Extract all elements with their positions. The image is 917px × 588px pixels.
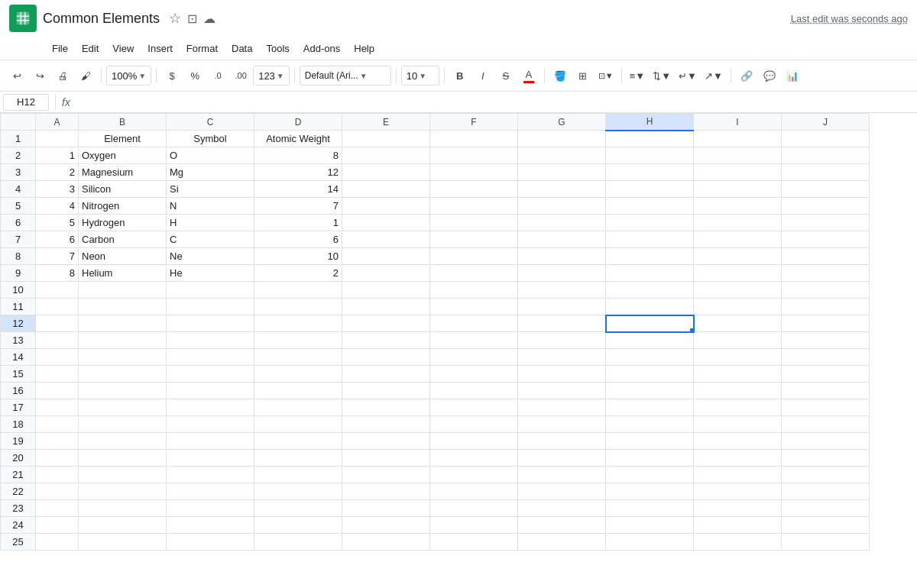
menu-data[interactable]: Data (225, 40, 258, 57)
cell-c2[interactable]: O (167, 147, 254, 164)
cell-a11[interactable] (36, 299, 79, 315)
cell-c1[interactable]: Symbol (167, 131, 254, 147)
row-num-21[interactable]: 21 (1, 467, 36, 483)
row-num-4[interactable]: 4 (1, 181, 36, 198)
cell-d19[interactable] (254, 433, 342, 450)
cell-b4[interactable]: Silicon (79, 181, 167, 198)
cell-h1[interactable] (606, 131, 694, 147)
cell-b25[interactable] (79, 534, 167, 551)
borders-button[interactable]: ⊞ (572, 65, 594, 86)
paint-format-button[interactable]: 🖌 (75, 65, 96, 86)
cell-c22[interactable] (167, 483, 254, 500)
cell-h24[interactable] (606, 517, 694, 534)
cell-j18[interactable] (782, 416, 870, 433)
italic-button[interactable]: I (472, 65, 494, 86)
cell-j4[interactable] (782, 181, 870, 198)
cell-f4[interactable] (430, 181, 518, 198)
menu-insert[interactable]: Insert (141, 40, 179, 57)
cell-h5[interactable] (606, 198, 694, 215)
cell-i23[interactable] (694, 500, 782, 517)
cell-f13[interactable] (430, 332, 518, 349)
cell-h8[interactable] (606, 248, 694, 265)
folder-move-icon[interactable]: ⊡ (187, 11, 197, 26)
cell-b5[interactable]: Nitrogen (79, 198, 167, 215)
cell-f25[interactable] (430, 534, 518, 551)
percent-button[interactable]: % (184, 65, 206, 86)
cell-b12[interactable] (79, 315, 167, 332)
cell-b13[interactable] (79, 332, 167, 349)
cell-h2[interactable] (606, 147, 694, 164)
cell-f17[interactable] (430, 399, 518, 416)
cell-i21[interactable] (694, 467, 782, 483)
col-header-e[interactable]: E (342, 114, 430, 131)
cell-a7[interactable]: 6 (36, 231, 79, 248)
cell-b21[interactable] (79, 467, 167, 483)
cell-f19[interactable] (430, 433, 518, 450)
cell-i11[interactable] (694, 299, 782, 315)
col-header-a[interactable]: A (36, 114, 79, 131)
cell-a5[interactable]: 4 (36, 198, 79, 215)
cell-d1[interactable]: Atomic Weight (254, 131, 342, 147)
menu-view[interactable]: View (106, 40, 140, 57)
cell-h25[interactable] (606, 534, 694, 551)
cell-i12[interactable] (694, 315, 782, 332)
decimal-decrease-button[interactable]: .0 (207, 65, 228, 86)
cell-b20[interactable] (79, 450, 167, 467)
cell-g20[interactable] (518, 450, 606, 467)
row-num-17[interactable]: 17 (1, 399, 36, 416)
cell-g22[interactable] (518, 483, 606, 500)
col-header-f[interactable]: F (430, 114, 518, 131)
cell-f2[interactable] (430, 147, 518, 164)
cell-a13[interactable] (36, 332, 79, 349)
row-num-18[interactable]: 18 (1, 416, 36, 433)
cell-j16[interactable] (782, 383, 870, 399)
cell-e8[interactable] (342, 248, 430, 265)
cell-g18[interactable] (518, 416, 606, 433)
cell-j7[interactable] (782, 231, 870, 248)
print-button[interactable]: 🖨 (52, 65, 73, 86)
cell-a12[interactable] (36, 315, 79, 332)
cell-b2[interactable]: Oxygen (79, 147, 167, 164)
row-num-23[interactable]: 23 (1, 500, 36, 517)
cell-a1[interactable] (36, 131, 79, 147)
cell-i18[interactable] (694, 416, 782, 433)
cell-i24[interactable] (694, 517, 782, 534)
cell-g19[interactable] (518, 433, 606, 450)
cell-h19[interactable] (606, 433, 694, 450)
cell-b15[interactable] (79, 366, 167, 383)
cell-g1[interactable] (518, 131, 606, 147)
cell-j17[interactable] (782, 399, 870, 416)
cell-f11[interactable] (430, 299, 518, 315)
cell-b19[interactable] (79, 433, 167, 450)
cell-c11[interactable] (167, 299, 254, 315)
row-num-22[interactable]: 22 (1, 483, 36, 500)
cell-a4[interactable]: 3 (36, 181, 79, 198)
link-button[interactable]: 🔗 (736, 65, 757, 86)
cell-c6[interactable]: H (167, 215, 254, 231)
cell-c19[interactable] (167, 433, 254, 450)
cell-a8[interactable]: 7 (36, 248, 79, 265)
cell-j3[interactable] (782, 164, 870, 181)
cell-c3[interactable]: Mg (167, 164, 254, 181)
cell-g2[interactable] (518, 147, 606, 164)
col-header-d[interactable]: D (254, 114, 342, 131)
cell-d17[interactable] (254, 399, 342, 416)
cell-j25[interactable] (782, 534, 870, 551)
cell-f14[interactable] (430, 349, 518, 366)
cell-i2[interactable] (694, 147, 782, 164)
cell-a18[interactable] (36, 416, 79, 433)
chart-button[interactable]: 📊 (782, 65, 803, 86)
cell-e21[interactable] (342, 467, 430, 483)
row-num-7[interactable]: 7 (1, 231, 36, 248)
cell-a14[interactable] (36, 349, 79, 366)
cell-f20[interactable] (430, 450, 518, 467)
cell-a17[interactable] (36, 399, 79, 416)
row-num-9[interactable]: 9 (1, 265, 36, 282)
cell-f10[interactable] (430, 282, 518, 299)
cell-b3[interactable]: Magnesium (79, 164, 167, 181)
cell-j8[interactable] (782, 248, 870, 265)
cell-a25[interactable] (36, 534, 79, 551)
row-num-13[interactable]: 13 (1, 332, 36, 349)
row-num-15[interactable]: 15 (1, 366, 36, 383)
format-dropdown[interactable]: 123 ▼ (253, 66, 290, 86)
